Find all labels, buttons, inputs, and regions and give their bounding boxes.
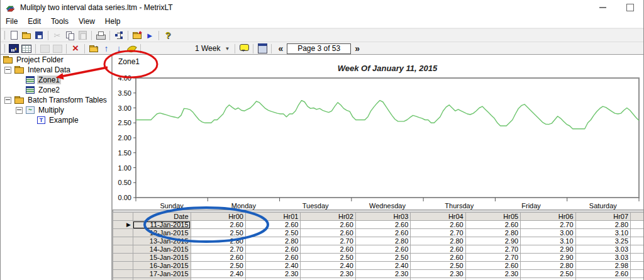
- date-cell[interactable]: 14-Jan-2015: [133, 245, 191, 254]
- menu-item-help[interactable]: Help: [100, 16, 126, 27]
- row-selector[interactable]: [113, 262, 133, 270]
- down-icon[interactable]: ↓: [113, 43, 125, 54]
- value-cell[interactable]: 2.70: [411, 229, 465, 237]
- value-cell[interactable]: 3.10: [521, 237, 575, 245]
- row-selector[interactable]: [113, 270, 133, 278]
- value-cell[interactable]: 2.30: [355, 270, 410, 278]
- value-cell[interactable]: 2.50: [301, 254, 355, 262]
- menu-item-edit[interactable]: Edit: [23, 16, 46, 27]
- menu-item-file[interactable]: File: [1, 16, 23, 27]
- value-cell[interactable]: 2.60: [355, 221, 410, 229]
- value-cell[interactable]: 2.70: [521, 221, 575, 229]
- column-header-hr05[interactable]: Hr05: [465, 213, 520, 221]
- tree-item-example[interactable]: TExample: [1, 115, 111, 125]
- column-header-hr01[interactable]: Hr01: [245, 213, 300, 221]
- value-cell[interactable]: 2.90: [465, 237, 520, 245]
- value-cell[interactable]: 2.30: [411, 270, 465, 278]
- value-cell[interactable]: 2.60: [191, 254, 245, 262]
- tree-item-interval-data[interactable]: Interval Data: [1, 65, 111, 75]
- value-cell[interactable]: 2.70: [465, 245, 520, 254]
- row-selector[interactable]: [113, 254, 133, 262]
- row-selector[interactable]: [113, 237, 133, 245]
- range-dropdown[interactable]: 1 Week ▼: [192, 43, 232, 53]
- up-icon[interactable]: ↑: [101, 43, 112, 54]
- date-cell[interactable]: 12-Jan-2015: [133, 229, 191, 237]
- value-cell[interactable]: 2.90: [521, 245, 575, 254]
- tree-item-batch-transform-tables[interactable]: Batch Transform Tables: [1, 95, 111, 105]
- hierarchy-icon[interactable]: [113, 30, 125, 41]
- date-cell[interactable]: 17-Jan-2015: [133, 270, 191, 278]
- minimize-button[interactable]: [596, 2, 609, 13]
- save-icon[interactable]: [33, 30, 45, 41]
- previous-page-button[interactable]: «: [274, 43, 287, 53]
- column-header-hr07[interactable]: Hr07: [575, 213, 630, 221]
- maximize-button[interactable]: [623, 2, 637, 13]
- value-cell[interactable]: 2.50: [245, 229, 300, 237]
- value-cell[interactable]: 2.60: [301, 221, 355, 229]
- value-cell[interactable]: 2.40: [245, 262, 300, 270]
- tree-item-zone1[interactable]: Zone1: [1, 75, 111, 85]
- value-cell[interactable]: 2.40: [191, 270, 245, 278]
- row-selector[interactable]: [113, 245, 133, 254]
- value-cell[interactable]: 2.50: [411, 262, 465, 270]
- tree-item-multiply[interactable]: ~Multiply: [1, 105, 111, 115]
- value-cell[interactable]: 2.30: [245, 270, 300, 278]
- value-cell[interactable]: 2.80: [521, 262, 575, 270]
- delete-icon[interactable]: ×: [70, 43, 81, 54]
- value-cell[interactable]: 2.80: [465, 229, 520, 237]
- column-header-hr00[interactable]: Hr00: [191, 213, 245, 221]
- value-cell[interactable]: 2.60: [575, 270, 630, 278]
- value-cell[interactable]: 2.80: [411, 237, 465, 245]
- value-cell[interactable]: 2.60: [465, 262, 520, 270]
- value-cell[interactable]: 2.60: [301, 229, 355, 237]
- value-cell[interactable]: 2.60: [301, 245, 355, 254]
- value-cell[interactable]: 2.60: [411, 221, 465, 229]
- value-cell[interactable]: 2.90: [521, 254, 575, 262]
- open-icon[interactable]: [21, 30, 32, 41]
- bird-icon[interactable]: [126, 43, 137, 54]
- value-cell[interactable]: 2.40: [301, 262, 355, 270]
- value-cell[interactable]: 2.50: [191, 229, 245, 237]
- date-cell[interactable]: 11-Jan-2015: [133, 221, 191, 229]
- grid-icon[interactable]: [21, 43, 32, 54]
- menu-item-view[interactable]: View: [74, 16, 100, 27]
- wizard-icon[interactable]: [8, 43, 19, 54]
- value-cell[interactable]: 3.03: [575, 254, 630, 262]
- value-cell[interactable]: 2.60: [355, 229, 410, 237]
- column-header-hr02[interactable]: Hr02: [301, 213, 355, 221]
- row-selector[interactable]: [113, 229, 133, 237]
- tree-expander[interactable]: [16, 107, 23, 114]
- value-cell[interactable]: 2.60: [245, 245, 300, 254]
- value-cell[interactable]: 2.60: [191, 221, 245, 229]
- value-cell[interactable]: 2.60: [245, 221, 300, 229]
- tree-item-project-folder[interactable]: Project Folder: [1, 55, 111, 65]
- column-header-date[interactable]: Date: [133, 213, 191, 221]
- value-cell[interactable]: 2.60: [411, 245, 465, 254]
- value-cell[interactable]: 2.70: [465, 254, 520, 262]
- value-cell[interactable]: 2.98: [575, 262, 630, 270]
- chart-properties-icon[interactable]: [257, 43, 268, 54]
- value-cell[interactable]: 2.50: [191, 262, 245, 270]
- value-cell[interactable]: 2.50: [521, 270, 575, 278]
- value-cell[interactable]: 2.80: [575, 221, 630, 229]
- value-cell[interactable]: 2.30: [301, 270, 355, 278]
- column-header-hr04[interactable]: Hr04: [411, 213, 465, 221]
- new-icon[interactable]: [8, 30, 19, 41]
- help-icon[interactable]: ?: [162, 30, 174, 41]
- column-header-hr03[interactable]: Hr03: [355, 213, 410, 221]
- value-cell[interactable]: 2.70: [301, 237, 355, 245]
- value-cell[interactable]: 2.60: [245, 254, 300, 262]
- value-cell[interactable]: 2.60: [465, 221, 520, 229]
- value-cell[interactable]: 2.30: [465, 270, 520, 278]
- copy-icon[interactable]: [64, 30, 75, 41]
- menu-item-tools[interactable]: Tools: [46, 16, 74, 27]
- tree-item-zone2[interactable]: Zone2: [1, 85, 111, 95]
- folder-up-icon[interactable]: ↑: [88, 43, 99, 54]
- row-selector[interactable]: ▶: [113, 221, 133, 229]
- date-cell[interactable]: 13-Jan-2015: [133, 237, 191, 245]
- column-header-hr06[interactable]: Hr06: [521, 213, 575, 221]
- print-icon[interactable]: [95, 30, 106, 41]
- comment-icon[interactable]: [238, 43, 250, 54]
- value-cell[interactable]: 2.40: [355, 262, 410, 270]
- date-cell[interactable]: 15-Jan-2015: [133, 254, 191, 262]
